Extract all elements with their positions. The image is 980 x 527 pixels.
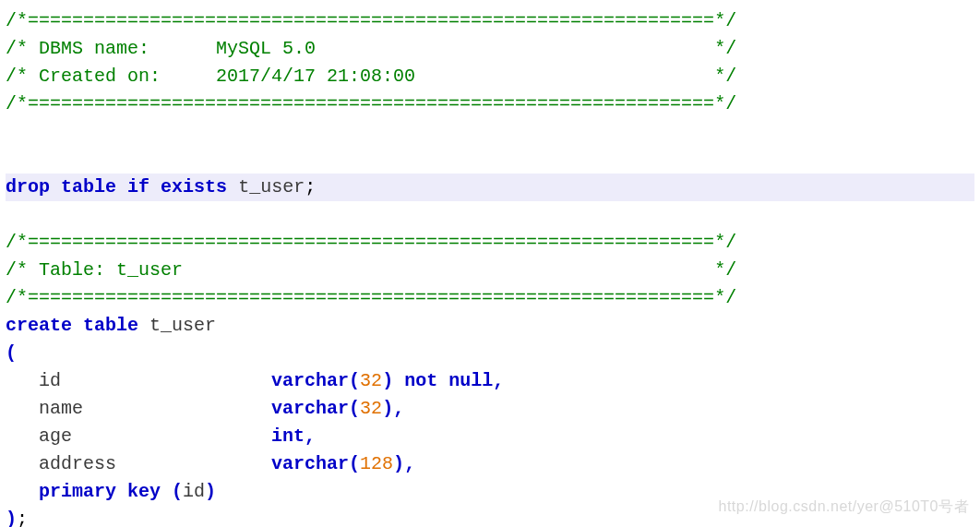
pad xyxy=(116,453,271,474)
open-paren: ( xyxy=(172,481,183,502)
open-paren-line: ( xyxy=(6,340,974,367)
watermark-text: http://blog.csdn.net/yer@510T0号者 xyxy=(719,496,969,518)
comment-text: /* Created on: 2017/4/17 21:08:00 */ xyxy=(6,66,736,87)
close-paren: ) xyxy=(205,481,216,502)
keyword-exists: exists xyxy=(161,176,227,198)
pad xyxy=(61,370,271,391)
close-paren: ) xyxy=(393,453,404,474)
keyword-table: table xyxy=(83,315,138,336)
open-paren: ( xyxy=(349,398,360,419)
column-age: age int, xyxy=(6,423,974,450)
table-identifier: t_user xyxy=(238,176,305,198)
comma: , xyxy=(393,398,404,419)
close-paren: ) xyxy=(382,398,393,419)
comma: , xyxy=(305,425,316,447)
close-paren: ) xyxy=(382,370,393,391)
open-paren: ( xyxy=(6,342,17,364)
pk-column: id xyxy=(183,481,205,502)
comment-created: /* Created on: 2017/4/17 21:08:00 */ xyxy=(6,63,974,90)
comment-border: /*======================================… xyxy=(6,229,974,257)
semicolon: ; xyxy=(17,509,28,527)
comment-table: /* Table: t_user */ xyxy=(6,257,974,284)
keyword-table: table xyxy=(61,176,116,198)
blank-line xyxy=(6,118,974,146)
column-name: age xyxy=(39,425,72,447)
column-name: id xyxy=(39,370,61,391)
column-name: address xyxy=(39,453,116,474)
column-name: name xyxy=(39,398,83,419)
column-id: id varchar(32) not null, xyxy=(6,367,974,395)
comma: , xyxy=(404,453,415,474)
close-paren: ) xyxy=(6,509,17,527)
size-number: 32 xyxy=(360,398,382,419)
type-int: int xyxy=(271,425,305,447)
comment-border: /*======================================… xyxy=(6,7,974,35)
type-varchar: varchar xyxy=(271,453,349,474)
keyword-key: key xyxy=(127,481,161,502)
column-address: address varchar(128), xyxy=(6,450,974,478)
comment-text: /* Table: t_user */ xyxy=(6,259,736,281)
comment-border: /*======================================… xyxy=(6,90,974,118)
comma: , xyxy=(493,370,504,391)
type-varchar: varchar xyxy=(271,370,349,391)
create-table-line: create table t_user xyxy=(6,312,974,340)
pad xyxy=(72,425,271,447)
size-number: 128 xyxy=(360,453,393,474)
comment-text: /* DBMS name: MySQL 5.0 */ xyxy=(6,38,736,59)
drop-table-line: drop table if exists t_user; xyxy=(6,174,974,201)
size-number: 32 xyxy=(360,370,382,391)
comment-text: /*======================================… xyxy=(6,10,736,31)
comment-dbms: /* DBMS name: MySQL 5.0 */ xyxy=(6,35,974,63)
keyword-create: create xyxy=(6,315,72,336)
table-identifier: t_user xyxy=(149,315,216,336)
open-paren: ( xyxy=(349,453,360,474)
keyword-if: if xyxy=(127,176,149,198)
comment-border: /*======================================… xyxy=(6,284,974,312)
comment-text: /*======================================… xyxy=(6,232,736,253)
keyword-drop: drop xyxy=(6,176,50,198)
keyword-primary: primary xyxy=(39,481,116,502)
column-name: name varchar(32), xyxy=(6,395,974,423)
keyword-null: null xyxy=(448,370,493,391)
blank-line xyxy=(6,146,974,174)
comment-text: /*======================================… xyxy=(6,93,736,114)
pad xyxy=(83,398,271,419)
type-varchar: varchar xyxy=(271,398,349,419)
open-paren: ( xyxy=(349,370,360,391)
comment-text: /*======================================… xyxy=(6,287,736,308)
semicolon: ; xyxy=(305,176,316,198)
blank-line xyxy=(6,201,974,229)
keyword-not: not xyxy=(404,370,437,391)
